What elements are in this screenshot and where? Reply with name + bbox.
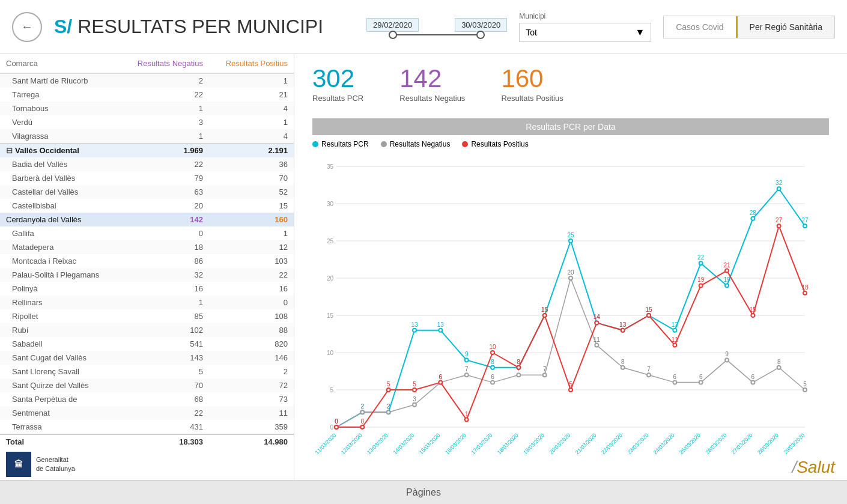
- title-prefix: S/: [54, 16, 72, 37]
- positius-cell: 73: [209, 392, 294, 406]
- negatius-cell: 22: [120, 157, 209, 171]
- comarca-cell: Polinyà: [0, 282, 120, 296]
- right-panel: 302 Resultats PCR 142 Resultats Negatius…: [294, 54, 847, 480]
- negatius-cell: 16: [120, 282, 209, 296]
- svg-text:1: 1: [465, 411, 469, 417]
- svg-point-96: [387, 388, 390, 392]
- svg-text:15: 15: [645, 306, 652, 313]
- line-chart: 05101520253035 0 2 2 13 13 9 8 8 15 25: [312, 153, 829, 470]
- comarca-cell: Matadepera: [0, 240, 120, 254]
- legend-pcr-dot: [312, 141, 318, 147]
- positius-cell: 22: [209, 268, 294, 282]
- svg-text:13/03/2020: 13/03/2020: [366, 432, 389, 455]
- negatius-cell: 18: [120, 240, 209, 254]
- comarca-cell: Sant Martí de Riucorb: [0, 73, 120, 88]
- data-table: Comarca Resultats Negatius Resultats Pos…: [0, 54, 294, 449]
- svg-point-64: [465, 373, 469, 377]
- positius-cell: 52: [209, 185, 294, 199]
- svg-text:22: 22: [697, 254, 705, 261]
- svg-text:12/03/2020: 12/03/2020: [340, 432, 363, 455]
- nav-casos[interactable]: Casos Covid: [664, 16, 735, 38]
- negatius-cell: 32: [120, 268, 209, 282]
- svg-point-110: [569, 388, 572, 392]
- table-row: Sentmenat 22 11: [0, 406, 294, 420]
- comarca-cell: Sentmenat: [0, 406, 120, 420]
- table-panel[interactable]: Comarca Resultats Negatius Resultats Pos…: [0, 54, 294, 480]
- legend-neg-label: Resultats Negatius: [390, 140, 451, 148]
- svg-text:25/03/2020: 25/03/2020: [678, 432, 702, 455]
- svg-text:0: 0: [361, 418, 365, 425]
- svg-point-94: [360, 425, 364, 429]
- municipi-dropdown[interactable]: Tot ▼: [519, 23, 651, 42]
- negatius-cell: 1: [120, 129, 209, 144]
- comarca-cell: Vilagrassa: [0, 129, 120, 144]
- back-icon: ←: [21, 20, 33, 34]
- svg-text:19/03/2020: 19/03/2020: [522, 432, 545, 455]
- comarca-cell: Santa Perpètua de: [0, 392, 120, 406]
- svg-point-80: [673, 381, 676, 384]
- negatius-cell: 22: [120, 88, 209, 102]
- main-content: Comarca Resultats Negatius Resultats Pos…: [0, 54, 847, 480]
- legend-pcr-label: Resultats PCR: [321, 140, 369, 148]
- comarca-cell: ⊟Vallès Occidental: [0, 144, 120, 158]
- negatius-cell: 63: [120, 185, 209, 199]
- date-slider[interactable]: [389, 34, 485, 35]
- positius-cell: 21: [209, 88, 294, 102]
- positius-cell: 88: [209, 323, 294, 337]
- positius-cell: 359: [209, 420, 294, 434]
- table-row: Sant Quirze del Vallès 70 72: [0, 378, 294, 392]
- svg-text:25: 25: [567, 232, 574, 238]
- positius-cell: 4: [209, 102, 294, 115]
- positius-cell: 820: [209, 337, 294, 351]
- back-button[interactable]: ←: [12, 12, 42, 42]
- positius-cell: 1: [209, 115, 294, 129]
- svg-point-78: [647, 373, 651, 377]
- table-row: Terrassa 431 359: [0, 420, 294, 434]
- table-row: ⊟Vallès Occidental 1.969 2.191: [0, 144, 294, 158]
- svg-text:2: 2: [361, 403, 365, 410]
- svg-text:17/03/2020: 17/03/2020: [470, 432, 493, 455]
- svg-text:13: 13: [411, 321, 418, 328]
- svg-text:5: 5: [387, 381, 390, 387]
- col-negatius: Resultats Negatius: [120, 54, 209, 73]
- negatius-cell: 85: [120, 309, 209, 323]
- svg-text:5: 5: [330, 387, 333, 393]
- stat-positius: 160 Resultats Positius: [501, 66, 563, 103]
- nav-regio[interactable]: Per Regió Sanitària: [736, 16, 834, 38]
- positius-cell: 4: [209, 129, 294, 144]
- legend-neg-dot: [381, 141, 387, 147]
- positius-cell: 146: [209, 351, 294, 365]
- svg-text:19: 19: [723, 276, 730, 283]
- table-row: Barberà del Vallès 79 70: [0, 171, 294, 185]
- slider-thumb-left[interactable]: [389, 31, 397, 39]
- stat-negatius-value: 142: [399, 66, 465, 91]
- negatius-cell: 541: [120, 337, 209, 351]
- svg-text:30: 30: [327, 201, 334, 207]
- negatius-cell: 5: [120, 365, 209, 378]
- slider-thumb-right[interactable]: [476, 31, 485, 39]
- negatius-cell: 22: [120, 406, 209, 420]
- svg-text:11: 11: [594, 336, 601, 343]
- negatius-cell: 0: [120, 226, 209, 240]
- svg-text:11/03/2020: 11/03/2020: [314, 432, 337, 455]
- stat-negatius: 142 Resultats Negatius: [399, 66, 465, 103]
- positius-cell: 103: [209, 254, 294, 268]
- svg-text:10: 10: [327, 350, 334, 356]
- positius-cell: 1: [209, 226, 294, 240]
- svg-point-98: [413, 388, 416, 392]
- svg-point-84: [725, 358, 729, 362]
- negatius-cell: 3: [120, 115, 209, 129]
- svg-text:18: 18: [801, 284, 809, 291]
- svg-text:8: 8: [777, 359, 781, 365]
- positius-cell: 160: [209, 213, 294, 226]
- table-row: Matadepera 18 12: [0, 240, 294, 254]
- svg-point-46: [725, 284, 729, 287]
- date-end: 30/03/2020: [455, 18, 507, 32]
- nav-buttons: Casos Covid Per Regió Sanitària: [663, 16, 835, 38]
- svg-point-88: [777, 366, 781, 369]
- table-row: Montcada i Reixac 86 103: [0, 254, 294, 268]
- negatius-cell: 1: [120, 102, 209, 115]
- table-row: Castellar del Vallès 63 52: [0, 185, 294, 199]
- footer-label: Pàgines: [406, 487, 441, 498]
- svg-point-56: [360, 410, 364, 414]
